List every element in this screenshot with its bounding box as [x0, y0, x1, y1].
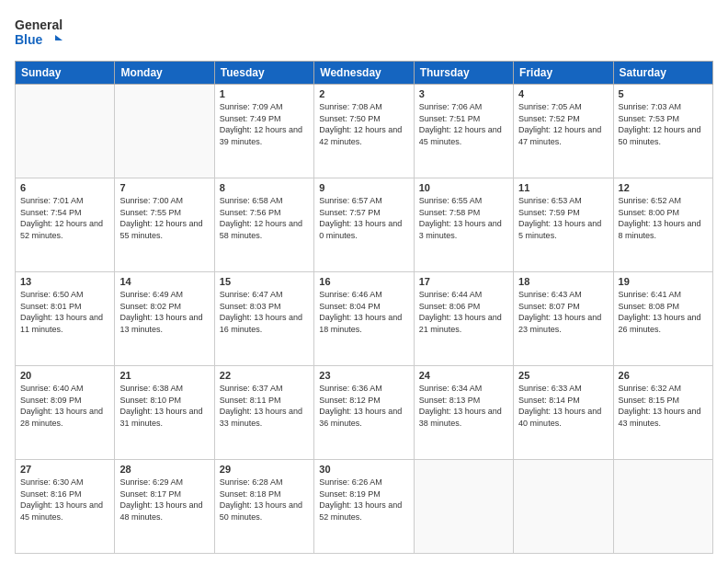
day-info: Sunrise: 6:49 AM Sunset: 8:02 PM Dayligh… — [119, 289, 209, 335]
calendar-week-1: 6Sunrise: 7:01 AM Sunset: 7:54 PM Daylig… — [16, 178, 713, 272]
weekday-header-tuesday: Tuesday — [214, 62, 313, 85]
calendar-cell: 23Sunrise: 6:36 AM Sunset: 8:12 PM Dayli… — [314, 366, 414, 460]
day-number: 19 — [619, 276, 708, 287]
day-number: 17 — [419, 276, 508, 287]
day-info: Sunrise: 7:09 AM Sunset: 7:49 PM Dayligh… — [220, 101, 309, 147]
day-number: 18 — [518, 276, 608, 287]
day-number: 9 — [319, 182, 408, 193]
calendar-cell: 21Sunrise: 6:38 AM Sunset: 8:10 PM Dayli… — [115, 366, 214, 460]
svg-text:General: General — [15, 17, 63, 32]
day-info: Sunrise: 6:32 AM Sunset: 8:15 PM Dayligh… — [619, 383, 708, 429]
day-info: Sunrise: 6:33 AM Sunset: 8:14 PM Dayligh… — [518, 383, 608, 429]
logo-svg: GeneralBlue — [15, 15, 70, 52]
calendar-cell: 20Sunrise: 6:40 AM Sunset: 8:09 PM Dayli… — [16, 366, 115, 460]
calendar-cell — [115, 85, 214, 178]
calendar-cell: 9Sunrise: 6:57 AM Sunset: 7:57 PM Daylig… — [314, 178, 414, 272]
calendar-cell: 26Sunrise: 6:32 AM Sunset: 8:15 PM Dayli… — [613, 366, 712, 460]
calendar-cell: 27Sunrise: 6:30 AM Sunset: 8:16 PM Dayli… — [16, 460, 115, 554]
calendar-cell: 13Sunrise: 6:50 AM Sunset: 8:01 PM Dayli… — [16, 272, 115, 366]
day-info: Sunrise: 6:41 AM Sunset: 8:08 PM Dayligh… — [619, 289, 708, 335]
day-info: Sunrise: 6:38 AM Sunset: 8:10 PM Dayligh… — [119, 383, 209, 429]
calendar-table: SundayMondayTuesdayWednesdayThursdayFrid… — [15, 61, 713, 554]
calendar-cell: 30Sunrise: 6:26 AM Sunset: 8:19 PM Dayli… — [314, 460, 414, 554]
calendar-cell: 22Sunrise: 6:37 AM Sunset: 8:11 PM Dayli… — [214, 366, 313, 460]
weekday-header-thursday: Thursday — [414, 62, 513, 85]
day-info: Sunrise: 6:36 AM Sunset: 8:12 PM Dayligh… — [319, 383, 408, 429]
svg-marker-2 — [55, 35, 63, 40]
day-number: 23 — [319, 370, 408, 381]
logo: GeneralBlue — [15, 15, 70, 52]
weekday-header-row: SundayMondayTuesdayWednesdayThursdayFrid… — [16, 62, 713, 85]
calendar-cell: 29Sunrise: 6:28 AM Sunset: 8:18 PM Dayli… — [214, 460, 313, 554]
calendar-cell: 5Sunrise: 7:03 AM Sunset: 7:53 PM Daylig… — [613, 85, 712, 178]
day-number: 11 — [518, 182, 608, 193]
day-number: 1 — [220, 88, 309, 99]
day-info: Sunrise: 6:50 AM Sunset: 8:01 PM Dayligh… — [20, 289, 109, 335]
day-number: 22 — [220, 370, 309, 381]
weekday-header-saturday: Saturday — [613, 62, 712, 85]
calendar-week-0: 1Sunrise: 7:09 AM Sunset: 7:49 PM Daylig… — [16, 85, 713, 178]
calendar-cell: 8Sunrise: 6:58 AM Sunset: 7:56 PM Daylig… — [214, 178, 313, 272]
day-info: Sunrise: 7:06 AM Sunset: 7:51 PM Dayligh… — [419, 101, 508, 147]
calendar-cell: 25Sunrise: 6:33 AM Sunset: 8:14 PM Dayli… — [514, 366, 613, 460]
calendar-cell: 2Sunrise: 7:08 AM Sunset: 7:50 PM Daylig… — [314, 85, 414, 178]
weekday-header-wednesday: Wednesday — [314, 62, 414, 85]
calendar-week-4: 27Sunrise: 6:30 AM Sunset: 8:16 PM Dayli… — [16, 460, 713, 554]
day-info: Sunrise: 6:43 AM Sunset: 8:07 PM Dayligh… — [518, 289, 608, 335]
calendar-cell: 19Sunrise: 6:41 AM Sunset: 8:08 PM Dayli… — [613, 272, 712, 366]
calendar-cell — [16, 85, 115, 178]
calendar-cell: 6Sunrise: 7:01 AM Sunset: 7:54 PM Daylig… — [16, 178, 115, 272]
day-info: Sunrise: 6:28 AM Sunset: 8:18 PM Dayligh… — [220, 477, 309, 523]
day-number: 28 — [119, 464, 209, 475]
day-number: 16 — [319, 276, 408, 287]
day-number: 25 — [518, 370, 608, 381]
weekday-header-sunday: Sunday — [16, 62, 115, 85]
day-number: 29 — [220, 464, 309, 475]
day-number: 6 — [20, 182, 109, 193]
day-number: 3 — [419, 88, 508, 99]
calendar-cell: 12Sunrise: 6:52 AM Sunset: 8:00 PM Dayli… — [613, 178, 712, 272]
day-info: Sunrise: 6:34 AM Sunset: 8:13 PM Dayligh… — [419, 383, 508, 429]
day-info: Sunrise: 6:57 AM Sunset: 7:57 PM Dayligh… — [319, 195, 408, 241]
day-number: 24 — [419, 370, 508, 381]
day-info: Sunrise: 6:26 AM Sunset: 8:19 PM Dayligh… — [319, 477, 408, 523]
calendar-cell: 28Sunrise: 6:29 AM Sunset: 8:17 PM Dayli… — [115, 460, 214, 554]
day-info: Sunrise: 6:37 AM Sunset: 8:11 PM Dayligh… — [220, 383, 309, 429]
calendar-cell: 15Sunrise: 6:47 AM Sunset: 8:03 PM Dayli… — [214, 272, 313, 366]
day-info: Sunrise: 6:47 AM Sunset: 8:03 PM Dayligh… — [220, 289, 309, 335]
day-info: Sunrise: 6:29 AM Sunset: 8:17 PM Dayligh… — [119, 477, 209, 523]
header: GeneralBlue — [15, 15, 713, 52]
calendar-cell: 17Sunrise: 6:44 AM Sunset: 8:06 PM Dayli… — [414, 272, 513, 366]
day-info: Sunrise: 7:03 AM Sunset: 7:53 PM Dayligh… — [619, 101, 708, 147]
day-number: 27 — [20, 464, 109, 475]
day-info: Sunrise: 6:30 AM Sunset: 8:16 PM Dayligh… — [20, 477, 109, 523]
day-info: Sunrise: 7:05 AM Sunset: 7:52 PM Dayligh… — [518, 101, 608, 147]
calendar-cell: 3Sunrise: 7:06 AM Sunset: 7:51 PM Daylig… — [414, 85, 513, 178]
calendar-week-2: 13Sunrise: 6:50 AM Sunset: 8:01 PM Dayli… — [16, 272, 713, 366]
day-number: 20 — [20, 370, 109, 381]
day-number: 30 — [319, 464, 408, 475]
day-number: 7 — [119, 182, 209, 193]
day-number: 13 — [20, 276, 109, 287]
day-info: Sunrise: 7:01 AM Sunset: 7:54 PM Dayligh… — [20, 195, 109, 241]
day-info: Sunrise: 7:08 AM Sunset: 7:50 PM Dayligh… — [319, 101, 408, 147]
page: GeneralBlue SundayMondayTuesdayWednesday… — [0, 0, 728, 563]
calendar-cell — [514, 460, 613, 554]
day-info: Sunrise: 6:52 AM Sunset: 8:00 PM Dayligh… — [619, 195, 708, 241]
day-number: 26 — [619, 370, 708, 381]
calendar-cell: 14Sunrise: 6:49 AM Sunset: 8:02 PM Dayli… — [115, 272, 214, 366]
calendar-cell: 11Sunrise: 6:53 AM Sunset: 7:59 PM Dayli… — [514, 178, 613, 272]
day-number: 14 — [119, 276, 209, 287]
calendar-cell: 18Sunrise: 6:43 AM Sunset: 8:07 PM Dayli… — [514, 272, 613, 366]
weekday-header-monday: Monday — [115, 62, 214, 85]
day-info: Sunrise: 6:55 AM Sunset: 7:58 PM Dayligh… — [419, 195, 508, 241]
day-number: 12 — [619, 182, 708, 193]
day-number: 2 — [319, 88, 408, 99]
day-info: Sunrise: 7:00 AM Sunset: 7:55 PM Dayligh… — [119, 195, 209, 241]
weekday-header-friday: Friday — [514, 62, 613, 85]
calendar-cell — [414, 460, 513, 554]
day-number: 5 — [619, 88, 708, 99]
day-info: Sunrise: 6:53 AM Sunset: 7:59 PM Dayligh… — [518, 195, 608, 241]
calendar-week-3: 20Sunrise: 6:40 AM Sunset: 8:09 PM Dayli… — [16, 366, 713, 460]
calendar-cell: 4Sunrise: 7:05 AM Sunset: 7:52 PM Daylig… — [514, 85, 613, 178]
